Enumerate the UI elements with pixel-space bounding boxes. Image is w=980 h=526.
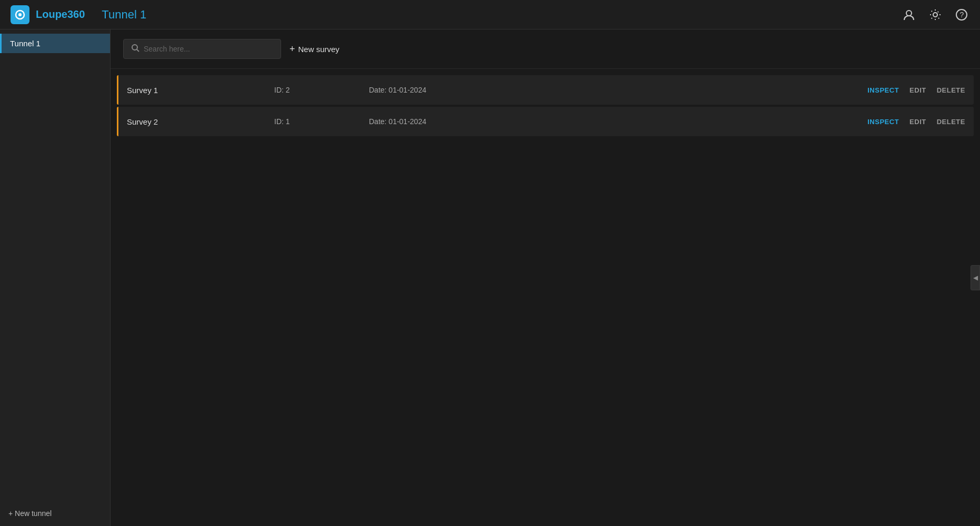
sidebar-bottom: + New tunnel bbox=[0, 501, 110, 526]
search-box bbox=[123, 39, 281, 59]
survey-date: Date: 01-01-2024 bbox=[369, 117, 867, 126]
svg-text:?: ? bbox=[960, 11, 964, 19]
inspect-button[interactable]: INSPECT bbox=[867, 118, 899, 126]
survey-id: ID: 2 bbox=[274, 86, 369, 94]
svg-line-7 bbox=[137, 49, 139, 52]
new-tunnel-button[interactable]: + New tunnel bbox=[8, 509, 102, 518]
sidebar-items: Tunnel 1 bbox=[0, 29, 110, 53]
settings-icon[interactable] bbox=[927, 7, 943, 23]
main-content: + New survey Survey 1 ID: 2 Date: 01-01-… bbox=[111, 29, 980, 526]
search-icon bbox=[131, 44, 139, 54]
new-survey-label: New survey bbox=[298, 45, 339, 54]
survey-date: Date: 01-01-2024 bbox=[369, 86, 867, 94]
help-icon[interactable]: ? bbox=[954, 7, 969, 23]
sidebar-item-label: Tunnel 1 bbox=[10, 39, 41, 48]
logo-icon bbox=[11, 5, 29, 24]
delete-button[interactable]: DELETE bbox=[937, 86, 965, 94]
survey-actions: INSPECT EDIT DELETE bbox=[867, 86, 965, 94]
sidebar-item-tunnel1[interactable]: Tunnel 1 bbox=[0, 34, 110, 53]
svg-point-6 bbox=[132, 45, 137, 50]
survey-row: Survey 2 ID: 1 Date: 01-01-2024 INSPECT … bbox=[117, 107, 974, 136]
app-name: Loupe360 bbox=[36, 8, 85, 21]
toolbar: + New survey bbox=[111, 29, 980, 69]
plus-icon: + bbox=[289, 44, 295, 55]
svg-point-3 bbox=[933, 13, 937, 17]
survey-row: Survey 1 ID: 2 Date: 01-01-2024 INSPECT … bbox=[117, 75, 974, 105]
inspect-button[interactable]: INSPECT bbox=[867, 86, 899, 94]
edit-button[interactable]: EDIT bbox=[909, 86, 926, 94]
chevron-left-icon: ◀ bbox=[973, 274, 978, 281]
svg-point-2 bbox=[906, 11, 912, 16]
new-tunnel-label: + New tunnel bbox=[8, 509, 52, 518]
header-actions: ? bbox=[901, 7, 969, 23]
survey-name: Survey 1 bbox=[127, 86, 274, 95]
search-input[interactable] bbox=[144, 45, 273, 53]
sidebar: Tunnel 1 + New tunnel bbox=[0, 29, 111, 526]
survey-id: ID: 1 bbox=[274, 117, 369, 126]
delete-button[interactable]: DELETE bbox=[937, 118, 965, 126]
svg-point-1 bbox=[18, 13, 22, 16]
survey-list: Survey 1 ID: 2 Date: 01-01-2024 INSPECT … bbox=[111, 69, 980, 143]
user-icon[interactable] bbox=[901, 7, 917, 23]
new-survey-button[interactable]: + New survey bbox=[289, 44, 339, 55]
header-left: Loupe360 Tunnel 1 bbox=[11, 5, 146, 24]
layout: Tunnel 1 + New tunnel + bbox=[0, 29, 980, 526]
edit-button[interactable]: EDIT bbox=[909, 118, 926, 126]
page-title: Tunnel 1 bbox=[102, 8, 146, 22]
collapse-handle[interactable]: ◀ bbox=[971, 265, 980, 290]
survey-actions: INSPECT EDIT DELETE bbox=[867, 118, 965, 126]
survey-name: Survey 2 bbox=[127, 117, 274, 126]
header: Loupe360 Tunnel 1 ? bbox=[0, 0, 980, 29]
